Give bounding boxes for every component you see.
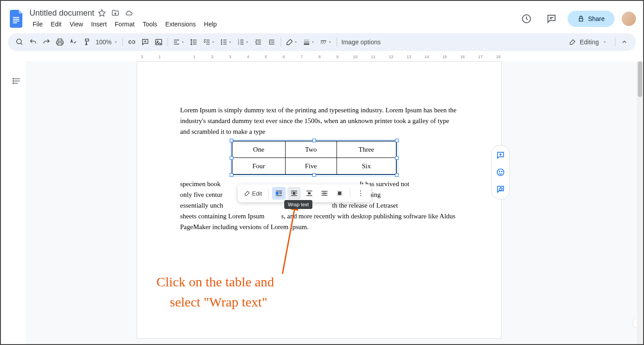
checklist-icon[interactable] [201,36,217,48]
svg-rect-27 [291,193,292,194]
svg-point-42 [360,193,361,194]
svg-rect-21 [279,193,282,194]
outline-icon[interactable] [11,75,23,87]
avatar[interactable] [622,12,636,26]
svg-rect-1 [13,19,19,20]
svg-rect-40 [338,192,342,195]
scrollbar-thumb[interactable] [638,61,642,97]
add-comment-icon[interactable] [139,36,152,48]
numbered-list-icon[interactable]: 123 [235,36,251,48]
selection-handle[interactable] [230,173,233,177]
comments-icon[interactable] [543,10,560,28]
move-icon[interactable] [111,9,119,17]
selection-handle[interactable] [230,139,233,142]
table-cell[interactable]: Three [337,141,396,158]
svg-point-6 [17,39,21,44]
table-cell[interactable]: One [232,141,286,158]
table-cell[interactable]: Five [285,158,337,175]
zoom-select[interactable]: 100% [94,36,120,48]
svg-point-41 [360,191,361,192]
annotation-text: Click on the table and select "Wrap text… [156,272,274,312]
svg-rect-19 [276,192,279,195]
ruler-vertical[interactable] [1,61,8,344]
content-table[interactable]: One Two Three Four Five Six [232,141,396,175]
insert-link-icon[interactable] [126,36,138,48]
behind-text-button[interactable] [318,187,331,200]
svg-rect-24 [293,192,295,195]
inline-button[interactable] [272,187,286,200]
emoji-reaction-icon[interactable] [495,167,506,178]
svg-point-48 [501,171,502,172]
document-area[interactable]: Lorem Ipsum is simply dummy text of the … [26,61,643,344]
history-icon[interactable] [518,10,535,28]
svg-point-46 [497,169,504,176]
image-options-button[interactable]: Image options [340,36,383,48]
selection-handle[interactable] [395,156,399,160]
redo-icon[interactable] [40,36,53,48]
svg-rect-34 [322,191,328,192]
selection-handle[interactable] [395,173,399,177]
wrap-text-button[interactable] [287,187,301,200]
border-weight-icon[interactable] [301,36,317,48]
align-icon[interactable] [171,36,187,48]
spellcheck-icon[interactable] [67,36,80,48]
svg-rect-26 [296,192,297,193]
docs-logo[interactable] [8,10,26,28]
table-cell[interactable]: Four [232,158,286,175]
star-icon[interactable] [98,9,106,17]
undo-icon[interactable] [27,36,39,48]
selection-handle[interactable] [395,139,399,142]
svg-rect-0 [13,17,19,18]
more-options-icon[interactable] [354,187,367,200]
insert-image-icon[interactable] [152,36,165,48]
infront-text-button[interactable] [333,187,346,200]
menu-file[interactable]: File [29,19,46,30]
selected-table[interactable]: One Two Three Four Five Six [232,141,397,175]
selection-handle[interactable] [230,156,233,160]
bullet-list-icon[interactable] [218,36,234,48]
svg-rect-20 [279,192,282,193]
scrollbar-vertical[interactable] [637,61,643,344]
decrease-indent-icon[interactable] [252,36,265,48]
menu-extensions[interactable]: Extensions [162,19,199,30]
collapse-icon[interactable] [618,36,631,48]
menu-help[interactable]: Help [201,19,220,30]
svg-rect-37 [337,191,343,192]
table-row[interactable]: One Two Three [232,141,396,158]
menu-view[interactable]: View [67,19,86,30]
edit-button[interactable]: Edit [241,187,265,200]
editing-mode-button[interactable]: Editing [564,36,612,48]
line-spacing-icon[interactable] [188,36,200,48]
selection-handle[interactable] [312,139,316,142]
svg-rect-31 [308,192,311,195]
search-icon[interactable] [13,36,26,48]
print-icon[interactable] [54,36,66,48]
svg-rect-29 [291,196,298,196]
menu-edit[interactable]: Edit [48,19,65,30]
increase-indent-icon[interactable] [265,36,278,48]
table-cell[interactable]: Six [337,158,396,175]
svg-point-8 [157,41,158,42]
paint-format-icon[interactable] [80,36,93,48]
svg-point-17 [13,83,14,84]
menu-insert[interactable]: Insert [88,19,110,30]
border-color-icon[interactable] [284,36,300,48]
svg-rect-39 [337,195,343,196]
toolbar: 100% 123 Image options Editing [8,33,636,51]
break-text-button[interactable] [303,187,316,200]
suggest-edits-icon[interactable] [495,184,506,195]
add-comment-icon[interactable] [495,150,506,161]
table-row[interactable]: Four Five Six [232,158,396,175]
table-cell[interactable]: Two [285,141,337,158]
selection-handle[interactable] [312,173,316,177]
ruler-horizontal[interactable]: 2 1 1 2 3 4 5 6 7 8 9 10 11 12 13 14 15 … [1,55,643,62]
cloud-status-icon[interactable] [125,9,133,17]
menu-tools[interactable]: Tools [139,19,160,30]
docs-logo-icon [10,10,24,28]
border-dash-icon[interactable] [318,36,334,48]
paragraph-1[interactable]: Lorem Ipsum is simply dummy text of the … [180,105,458,137]
svg-rect-25 [291,192,292,193]
share-button[interactable]: Share [568,11,615,27]
menu-format[interactable]: Format [112,19,138,30]
document-title[interactable]: Untitled document [29,9,94,18]
